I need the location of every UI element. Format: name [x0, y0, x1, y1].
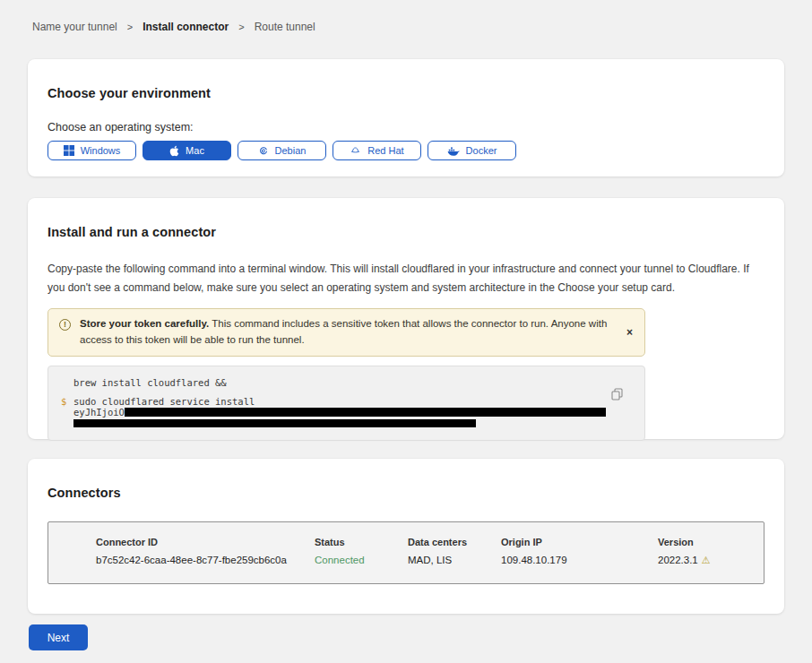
os-button-label: Red Hat [367, 145, 403, 156]
col-header-origin-ip: Origin IP [501, 537, 658, 547]
breadcrumb-separator: > [238, 22, 244, 32]
environment-card-title: Choose your environment [48, 86, 764, 100]
col-header-status: Status [315, 537, 408, 547]
os-button-label: Docker [466, 145, 497, 156]
col-header-data-centers: Data centers [408, 537, 501, 547]
connectors-card-title: Connectors [48, 486, 764, 500]
token-warning-bold: Store your token carefully. [80, 318, 209, 329]
os-button-label: Debian [275, 145, 307, 156]
code-line-brew: brew install cloudflared && [73, 377, 227, 388]
install-card-title: Install and run a connector [48, 225, 764, 239]
col-header-connector-id: Connector ID [96, 537, 315, 547]
os-button-redhat[interactable]: Red Hat [333, 141, 421, 160]
connector-origin-ip-value: 109.48.10.179 [501, 555, 658, 566]
os-select-label: Choose an operating system: [48, 121, 764, 133]
connector-data-centers-value: MAD, LIS [408, 555, 501, 566]
connector-version-value: 2022.3.1⚠ [658, 555, 764, 566]
breadcrumb: Name your tunnel > Install connector > R… [32, 21, 315, 33]
docker-logo-icon [447, 146, 460, 156]
version-warning-icon: ⚠ [702, 555, 711, 566]
connector-status-value: Connected [315, 555, 408, 566]
os-button-debian[interactable]: Debian [238, 141, 326, 160]
debian-logo-icon [258, 145, 269, 156]
next-button[interactable]: Next [29, 624, 88, 650]
install-connector-card: Install and run a connector Copy-paste t… [28, 198, 784, 439]
code-line-install: sudo cloudflared service install [73, 396, 255, 407]
breadcrumb-separator: > [127, 22, 133, 32]
alert-circle-icon: ! [59, 319, 71, 331]
os-button-label: Windows [81, 145, 121, 156]
copy-icon [611, 390, 623, 403]
copy-command-button[interactable] [611, 388, 623, 400]
windows-logo-icon [64, 145, 74, 156]
token-prefix: eyJhIjoiO [73, 408, 125, 418]
token-warning-text: Store your token carefully. This command… [80, 316, 614, 349]
redacted-token-bar [125, 408, 606, 417]
os-button-mac[interactable]: Mac [143, 141, 231, 160]
os-button-windows[interactable]: Windows [48, 141, 136, 160]
close-icon[interactable]: × [626, 327, 633, 338]
breadcrumb-install-connector[interactable]: Install connector [143, 21, 229, 33]
redacted-token-bar-2 [73, 419, 476, 427]
token-warning-banner: ! Store your token carefully. This comma… [48, 308, 645, 357]
install-command-codeblock: brew install cloudflared && $ sudo cloud… [48, 366, 645, 441]
choose-environment-card: Choose your environment Choose an operat… [28, 59, 784, 177]
os-button-docker[interactable]: Docker [428, 141, 516, 160]
breadcrumb-route-tunnel[interactable]: Route tunnel [255, 21, 315, 33]
connectors-table: Connector ID Status Data centers Origin … [48, 521, 764, 584]
breadcrumb-name-your-tunnel[interactable]: Name your tunnel [32, 21, 117, 33]
col-header-version: Version [658, 537, 764, 547]
os-button-group: Windows Mac Debian Red Hat Docker [48, 141, 764, 160]
shell-prompt: $ [61, 396, 73, 407]
os-button-label: Mac [186, 145, 204, 156]
apple-logo-icon [169, 145, 179, 157]
connectors-card: Connectors Connector ID Status Data cent… [28, 459, 784, 614]
redhat-logo-icon [350, 145, 361, 156]
connector-id-value: b7c52c42-6caa-48ee-8c77-fbe259cb6c0a [96, 555, 315, 566]
install-instructions: Copy-paste the following command into a … [48, 260, 764, 297]
